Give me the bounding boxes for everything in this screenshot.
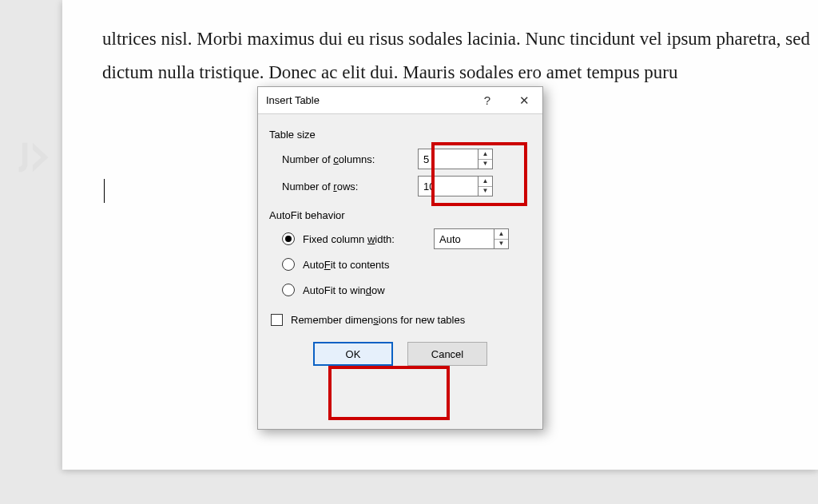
close-button[interactable]: ✕ (506, 87, 542, 114)
paragraph-text: ultrices nisl. Morbi maximus dui eu risu… (102, 29, 810, 82)
fixed-width-spinner[interactable]: Auto ▲▼ (434, 228, 509, 249)
spinner-arrows[interactable]: ▲▼ (478, 149, 492, 169)
columns-value[interactable]: 5 (419, 149, 478, 169)
dialog-titlebar[interactable]: Insert Table ? ✕ (258, 87, 542, 114)
dialog-buttons: OK Cancel (269, 342, 531, 366)
remember-label: Remember dimensions for new tables (291, 314, 465, 326)
autofit-contents-label: AutoFit to contents (303, 259, 389, 271)
dialog-body: Table size Number of columns: 5 ▲▼ Numbe… (258, 114, 542, 377)
spinner-arrows[interactable]: ▲▼ (478, 177, 492, 196)
columns-spinner[interactable]: 5 ▲▼ (418, 149, 493, 169)
help-button[interactable]: ? (469, 87, 506, 114)
checkbox-icon[interactable] (271, 314, 283, 326)
rows-spinner[interactable]: 10 ▲▼ (418, 176, 493, 196)
arrow-down-icon[interactable]: ▼ (494, 240, 508, 249)
columns-row: Number of columns: 5 ▲▼ (282, 147, 531, 171)
radio-icon[interactable] (282, 258, 295, 271)
autofit-window-label: AutoFit to window (303, 284, 385, 296)
close-icon: ✕ (519, 93, 530, 108)
autofit-contents-option[interactable]: AutoFit to contents (282, 253, 531, 276)
arrow-down-icon[interactable]: ▼ (478, 187, 492, 196)
remember-option[interactable]: Remember dimensions for new tables (271, 314, 531, 326)
arrow-up-icon[interactable]: ▲ (494, 229, 508, 240)
radio-icon[interactable] (282, 232, 295, 245)
dialog-title: Insert Table (266, 94, 469, 106)
autofit-window-option[interactable]: AutoFit to window (282, 279, 531, 301)
fixed-width-label: Fixed column width: (303, 233, 426, 245)
ok-button[interactable]: OK (313, 342, 393, 366)
fixed-width-option[interactable]: Fixed column width: Auto ▲▼ (282, 228, 531, 250)
cancel-button[interactable]: Cancel (407, 342, 487, 366)
help-icon: ? (484, 93, 490, 107)
autofit-label: AutoFit behavior (269, 209, 531, 221)
arrow-down-icon[interactable]: ▼ (478, 160, 492, 169)
arrow-up-icon[interactable]: ▲ (478, 177, 492, 187)
table-size-label: Table size (269, 129, 531, 141)
arrow-up-icon[interactable]: ▲ (478, 149, 492, 160)
rows-value[interactable]: 10 (419, 177, 478, 196)
fixed-width-value[interactable]: Auto (435, 229, 494, 248)
spinner-arrows[interactable]: ▲▼ (494, 229, 508, 248)
rows-label: Number of rows: (282, 181, 418, 192)
text-cursor (104, 179, 105, 203)
radio-icon[interactable] (282, 284, 295, 296)
insert-table-dialog: Insert Table ? ✕ Table size Number of co… (257, 86, 543, 430)
rows-row: Number of rows: 10 ▲▼ (282, 174, 531, 198)
columns-label: Number of columns: (282, 153, 418, 165)
